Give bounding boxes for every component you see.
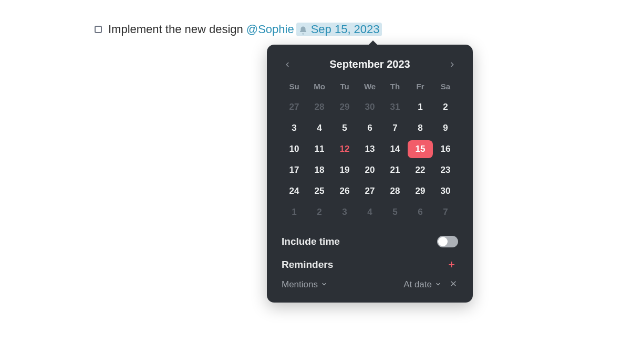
calendar-day[interactable]: 21 [382, 161, 408, 179]
date-popover: September 2023 SuMoTuWeThFrSa 2728293031… [267, 45, 473, 303]
calendar-header: September 2023 [282, 58, 458, 70]
calendar-week: 1234567 [282, 203, 458, 221]
date-chip[interactable]: Sep 15, 2023 [296, 23, 382, 36]
day-of-week: Su [282, 82, 307, 91]
calendar-day[interactable]: 8 [408, 119, 433, 137]
task-line: Implement the new design @Sophie Sep 15,… [95, 23, 382, 36]
toggle-knob [438, 237, 448, 246]
month-label: September 2023 [329, 58, 410, 70]
calendar-day[interactable]: 31 [382, 98, 408, 116]
reminders-row: Reminders + [282, 258, 458, 272]
calendar-day[interactable]: 20 [357, 161, 382, 179]
calendar-week: 272829303112 [282, 98, 458, 116]
calendar-grid: 2728293031123456789101112131415161718192… [282, 98, 458, 221]
calendar-week: 17181920212223 [282, 161, 458, 179]
include-time-label: Include time [282, 236, 340, 247]
calendar-day[interactable]: 19 [332, 161, 357, 179]
calendar-day[interactable]: 29 [408, 182, 433, 200]
calendar-day[interactable]: 2 [307, 203, 332, 221]
task-text: Implement the new design [108, 23, 243, 36]
day-of-week: Fr [408, 82, 433, 91]
prev-month-button[interactable] [282, 59, 293, 70]
calendar-day[interactable]: 6 [408, 203, 433, 221]
calendar-day[interactable]: 17 [282, 161, 307, 179]
reminders-label: Reminders [282, 259, 333, 271]
add-reminder-button[interactable]: + [445, 258, 458, 272]
popover-arrow [369, 40, 377, 45]
calendar-day[interactable]: 23 [433, 161, 458, 179]
task-checkbox[interactable] [95, 26, 102, 33]
calendar-day[interactable]: 18 [307, 161, 332, 179]
include-time-row: Include time [282, 236, 458, 247]
calendar-day[interactable]: 7 [382, 119, 408, 137]
include-time-toggle[interactable] [437, 236, 458, 247]
calendar-day[interactable]: 25 [307, 182, 332, 200]
calendar-day[interactable]: 13 [357, 140, 382, 158]
reminder-type-label: Mentions [282, 279, 318, 290]
calendar-day[interactable]: 14 [382, 140, 408, 158]
calendar-day[interactable]: 12 [332, 140, 357, 158]
calendar-day[interactable]: 1 [282, 203, 307, 221]
calendar-day[interactable]: 4 [307, 119, 332, 137]
calendar-day[interactable]: 27 [357, 182, 382, 200]
calendar-day[interactable]: 10 [282, 140, 307, 158]
calendar-day[interactable]: 6 [357, 119, 382, 137]
calendar-day[interactable]: 2 [433, 98, 458, 116]
day-of-week: Sa [433, 82, 458, 91]
chevron-down-icon [321, 279, 327, 290]
reminder-when-select[interactable]: At date [403, 279, 441, 290]
calendar-day[interactable]: 22 [408, 161, 433, 179]
calendar-day[interactable]: 16 [433, 140, 458, 158]
calendar-day[interactable]: 7 [433, 203, 458, 221]
calendar-day[interactable]: 5 [332, 119, 357, 137]
calendar-day[interactable]: 30 [433, 182, 458, 200]
calendar-day[interactable]: 4 [357, 203, 382, 221]
calendar-day[interactable]: 9 [433, 119, 458, 137]
remove-reminder-button[interactable] [449, 279, 458, 290]
calendar-day[interactable]: 26 [332, 182, 357, 200]
day-of-week: Th [382, 82, 408, 91]
next-month-button[interactable] [447, 59, 458, 70]
calendar-day[interactable]: 24 [282, 182, 307, 200]
calendar-day[interactable]: 27 [282, 98, 307, 116]
day-of-week: We [357, 82, 382, 91]
calendar-day[interactable]: 3 [282, 119, 307, 137]
calendar-day[interactable]: 28 [382, 182, 408, 200]
calendar-week: 24252627282930 [282, 182, 458, 200]
calendar-day[interactable]: 29 [332, 98, 357, 116]
reminder-item: Mentions At date [282, 279, 458, 290]
calendar-day[interactable]: 30 [357, 98, 382, 116]
calendar-day[interactable]: 28 [307, 98, 332, 116]
date-chip-label: Sep 15, 2023 [311, 23, 380, 36]
bell-icon [298, 25, 308, 34]
calendar-week: 10111213141516 [282, 140, 458, 158]
mention[interactable]: @Sophie [246, 23, 294, 36]
day-of-week: Mo [307, 82, 332, 91]
calendar-day[interactable]: 1 [408, 98, 433, 116]
day-of-week: Tu [332, 82, 357, 91]
day-of-week-row: SuMoTuWeThFrSa [282, 82, 458, 91]
calendar-day[interactable]: 5 [382, 203, 408, 221]
calendar-week: 3456789 [282, 119, 458, 137]
chevron-down-icon [435, 279, 441, 290]
reminder-when-label: At date [403, 279, 432, 290]
calendar-day[interactable]: 11 [307, 140, 332, 158]
calendar-day[interactable]: 3 [332, 203, 357, 221]
reminder-type-select[interactable]: Mentions [282, 279, 327, 290]
calendar-day[interactable]: 15 [408, 140, 433, 158]
